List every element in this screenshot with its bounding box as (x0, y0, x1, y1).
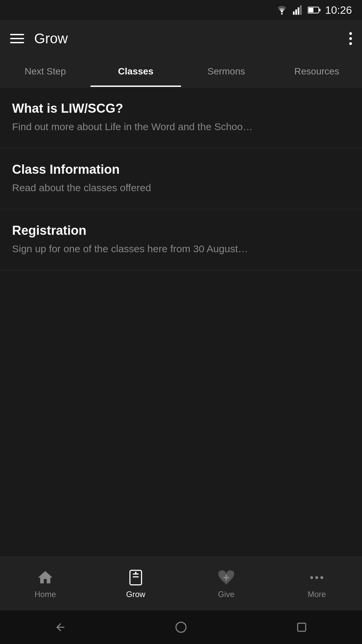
grow-icon (127, 569, 144, 586)
list-item-what-is-liw[interactable]: What is LIW/SCG? Find out more about Lif… (0, 87, 362, 148)
list-item-title-class-information: Class Information (12, 162, 350, 177)
svg-rect-3 (298, 7, 299, 15)
list-item-class-information[interactable]: Class Information Read about the classes… (0, 148, 362, 209)
more-vertical-icon[interactable] (349, 32, 352, 45)
tab-sermons[interactable]: Sermons (181, 57, 272, 87)
svg-rect-4 (300, 5, 302, 15)
list-item-subtitle-registration: Sign up for one of the classes here from… (12, 242, 350, 256)
battery-icon (308, 6, 320, 14)
content-area: What is LIW/SCG? Find out more about Lif… (0, 87, 362, 270)
app-title: Grow (34, 31, 68, 47)
svg-point-14 (320, 576, 323, 579)
home-button[interactable] (175, 621, 187, 633)
app-bar-left: Grow (10, 31, 68, 47)
back-button[interactable] (54, 621, 66, 633)
list-item-registration[interactable]: Registration Sign up for one of the clas… (0, 209, 362, 270)
app-bar: Grow (0, 20, 362, 57)
list-item-title-what-is-liw: What is LIW/SCG? (12, 101, 350, 116)
svg-rect-1 (293, 11, 295, 15)
give-icon (218, 569, 235, 586)
recents-button[interactable] (296, 621, 308, 633)
svg-rect-7 (308, 8, 313, 12)
menu-icon[interactable] (10, 34, 24, 43)
status-bar: 10:26 (0, 0, 362, 20)
status-icons: 10:26 (276, 4, 352, 16)
svg-rect-6 (319, 9, 320, 11)
svg-point-15 (176, 622, 186, 632)
tab-next-step[interactable]: Next Step (0, 57, 90, 87)
system-nav-bar (0, 610, 362, 644)
nav-label-give: Give (218, 590, 234, 599)
nav-item-home[interactable]: Home (0, 569, 90, 599)
svg-point-13 (315, 576, 318, 579)
home-icon (37, 569, 54, 586)
svg-point-0 (281, 13, 283, 15)
bottom-nav: Home Grow Give More (0, 557, 362, 610)
nav-label-grow: Grow (126, 590, 145, 599)
nav-item-give[interactable]: Give (181, 569, 272, 599)
list-item-subtitle-what-is-liw: Find out more about Life in the Word and… (12, 120, 350, 134)
nav-label-more: More (308, 590, 326, 599)
svg-rect-16 (298, 623, 306, 631)
svg-point-12 (310, 576, 313, 579)
more-dots-icon (308, 569, 325, 586)
nav-item-more[interactable]: More (272, 569, 362, 599)
nav-item-grow[interactable]: Grow (90, 569, 181, 599)
list-item-subtitle-class-information: Read about the classes offered (12, 181, 350, 195)
list-item-title-registration: Registration (12, 223, 350, 238)
nav-label-home: Home (35, 590, 56, 599)
tab-classes[interactable]: Classes (90, 57, 181, 87)
svg-rect-2 (295, 9, 297, 15)
signal-icon (293, 5, 303, 15)
status-time: 10:26 (325, 4, 352, 16)
tabs-bar: Next Step Classes Sermons Resources (0, 57, 362, 87)
tab-resources[interactable]: Resources (272, 57, 362, 87)
wifi-icon (276, 5, 288, 15)
